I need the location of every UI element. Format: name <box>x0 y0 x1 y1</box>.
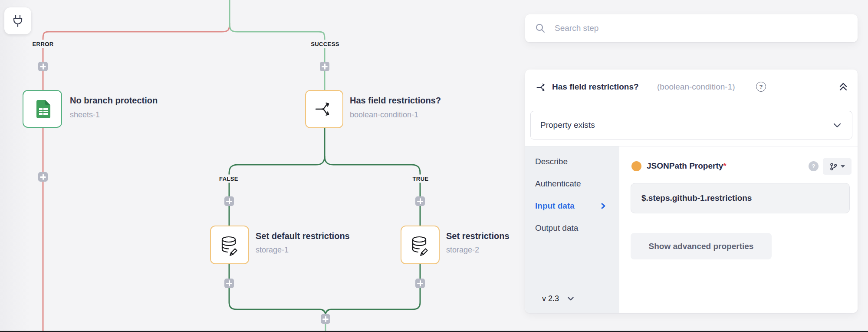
show-advanced-properties-button[interactable]: Show advanced properties <box>631 233 772 259</box>
caret-down-icon <box>841 165 845 168</box>
condition-type-value: Property exists <box>540 120 832 130</box>
jsonpath-property-label: JSONPath Property* <box>647 161 727 171</box>
tab-describe[interactable]: Describe <box>535 157 568 166</box>
version-label: v 2.3 <box>542 294 559 303</box>
inspector-step-id: (boolean-condition-1) <box>657 82 735 92</box>
connector-tool-button[interactable] <box>4 7 31 34</box>
database-edit-icon <box>409 234 431 256</box>
field-status-dot <box>631 161 641 171</box>
database-edit-icon <box>218 234 241 256</box>
node-boolean-condition-1[interactable] <box>305 90 343 128</box>
node-title: No branch protection <box>70 96 158 106</box>
required-asterisk: * <box>723 161 726 170</box>
step-inspector-panel: Has field restrictions? (boolean-conditi… <box>525 70 858 313</box>
variable-picker-button[interactable] <box>823 158 852 175</box>
node-storage-1[interactable] <box>210 226 249 264</box>
help-icon[interactable]: ? <box>809 161 819 171</box>
node-sheets-1[interactable] <box>23 90 62 128</box>
git-branch-icon <box>829 163 838 171</box>
node-title: Set default restrictions <box>256 231 350 241</box>
edge-label-success: SUCCESS <box>309 40 342 48</box>
tab-authenticate[interactable]: Authenticate <box>535 179 581 189</box>
search-icon <box>535 23 546 34</box>
node-subtitle: sheets-1 <box>70 110 100 120</box>
condition-type-select[interactable]: Property exists <box>530 111 852 139</box>
add-step-button[interactable] <box>38 62 48 71</box>
version-selector[interactable]: v 2.3 <box>542 294 575 303</box>
branch-condition-icon <box>536 81 548 93</box>
collapse-panel-button[interactable] <box>838 81 849 93</box>
search-step-card <box>525 14 858 42</box>
add-step-button[interactable] <box>320 62 329 71</box>
add-step-button[interactable] <box>321 314 330 324</box>
google-sheets-icon <box>32 98 53 120</box>
plug-icon <box>10 13 26 29</box>
node-title: Has field restrictions? <box>350 96 441 106</box>
add-step-button[interactable] <box>224 196 234 206</box>
tab-output-data[interactable]: Output data <box>535 223 578 233</box>
node-storage-2[interactable] <box>401 226 440 264</box>
edge-label-true: TRUE <box>411 175 431 183</box>
chevron-down-icon <box>566 294 575 303</box>
add-step-button[interactable] <box>415 196 425 206</box>
edge-label-error: ERROR <box>30 40 56 48</box>
chevron-down-icon <box>832 120 842 130</box>
node-subtitle: boolean-condition-1 <box>350 110 418 120</box>
inspector-tab-column: Describe Authenticate Input data Output … <box>525 146 619 313</box>
workflow-designer: ERROR SUCCESS FALSE TRUE No branch prote… <box>0 0 868 332</box>
input-data-panel: JSONPath Property* ? Show advanced prope… <box>619 146 858 313</box>
branch-condition-icon <box>313 98 335 120</box>
help-icon[interactable]: ? <box>756 82 766 92</box>
node-title: Set restrictions <box>446 231 510 241</box>
inspector-header: Has field restrictions? (boolean-conditi… <box>525 70 858 104</box>
chevron-right-icon <box>600 202 607 210</box>
jsonpath-property-input[interactable] <box>631 183 850 213</box>
add-step-button[interactable] <box>38 172 48 182</box>
inspector-step-title: Has field restrictions? <box>552 82 639 92</box>
node-subtitle: storage-1 <box>256 246 289 255</box>
edge-label-false: FALSE <box>217 175 240 183</box>
add-step-button[interactable] <box>415 279 425 288</box>
node-subtitle: storage-2 <box>446 246 479 255</box>
tab-input-data[interactable]: Input data <box>535 201 607 211</box>
search-step-input[interactable] <box>554 23 848 33</box>
add-step-button[interactable] <box>224 279 234 288</box>
